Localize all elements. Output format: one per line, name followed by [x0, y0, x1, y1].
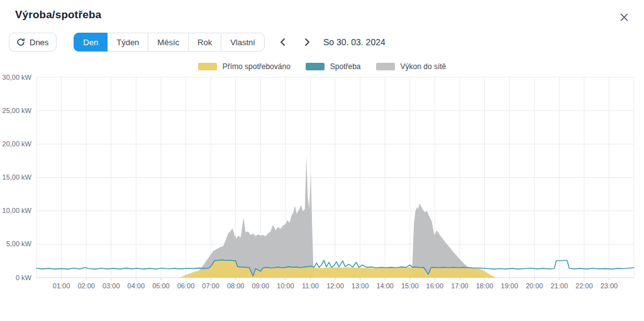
consumption-swatch [306, 63, 325, 70]
legend-item-vykon-do-site[interactable]: Výkon do sítě [376, 62, 447, 71]
svg-text:03:00: 03:00 [103, 282, 120, 290]
svg-text:19:00: 19:00 [501, 282, 518, 290]
range-button-tyden[interactable]: Týden [107, 33, 148, 52]
legend-label: Přímo spotřebováno [223, 62, 291, 71]
svg-text:0 kW: 0 kW [16, 274, 32, 281]
today-button[interactable]: Dnes [9, 33, 57, 52]
close-icon [619, 13, 629, 22]
svg-text:05:00: 05:00 [152, 282, 170, 290]
svg-text:06:00: 06:00 [177, 282, 195, 290]
svg-text:02:00: 02:00 [77, 282, 95, 290]
svg-text:07:00: 07:00 [202, 282, 219, 290]
svg-text:23:00: 23:00 [601, 282, 618, 290]
svg-text:22:00: 22:00 [575, 282, 593, 290]
page-title: Výroba/spotřeba [15, 9, 101, 21]
svg-text:20:00: 20:00 [526, 282, 543, 290]
legend-item-primo-spotrebovano[interactable]: Přímo spotřebováno [198, 62, 291, 71]
range-button-den[interactable]: Den [74, 33, 108, 52]
svg-text:12:00: 12:00 [326, 282, 344, 290]
svg-text:21:00: 21:00 [550, 282, 568, 290]
production-consumption-chart[interactable]: 01:0002:0003:0004:0005:0006:0007:0008:00… [0, 72, 644, 296]
svg-text:15:00: 15:00 [401, 282, 419, 290]
svg-text:11:00: 11:00 [302, 282, 319, 290]
svg-text:08:00: 08:00 [227, 282, 245, 290]
range-button-mesic[interactable]: Měsíc [148, 33, 189, 52]
production-consumption-panel: Výroba/spotřeba Dnes Den Týden Měsíc Rok… [0, 0, 644, 298]
svg-text:15,00 kW: 15,00 kW [3, 173, 32, 181]
range-button-vlastni[interactable]: Vlastní [221, 33, 265, 52]
chart-legend: Přímo spotřebováno Spotřeba Výkon do sít… [0, 62, 644, 71]
svg-text:13:00: 13:00 [352, 282, 369, 290]
prev-day-button[interactable] [274, 35, 292, 50]
date-label: So 30. 03. 2024 [323, 37, 386, 47]
range-button-group: Den Týden Měsíc Rok Vlastní [74, 33, 265, 52]
svg-text:09:00: 09:00 [252, 282, 269, 290]
svg-text:10:00: 10:00 [277, 282, 294, 290]
svg-text:17:00: 17:00 [451, 282, 469, 290]
svg-text:01:00: 01:00 [53, 282, 70, 290]
chart-area: 01:0002:0003:0004:0005:0006:0007:0008:00… [0, 72, 644, 298]
svg-text:20,00 kW: 20,00 kW [3, 140, 32, 148]
chevron-right-icon [303, 38, 311, 46]
next-day-button[interactable] [298, 35, 316, 50]
close-button[interactable] [616, 10, 633, 24]
direct-consumption-swatch [198, 63, 217, 70]
toolbar: Dnes Den Týden Měsíc Rok Vlastní So 30. … [0, 24, 644, 52]
svg-text:30,00 kW: 30,00 kW [3, 73, 32, 81]
svg-text:10,00 kW: 10,00 kW [3, 207, 32, 214]
range-button-rok[interactable]: Rok [188, 33, 221, 52]
svg-text:04:00: 04:00 [128, 282, 145, 290]
chevron-left-icon [279, 38, 287, 46]
header: Výroba/spotřeba [0, 0, 644, 24]
svg-text:25,00 kW: 25,00 kW [3, 107, 32, 114]
legend-item-spotreba[interactable]: Spotřeba [306, 62, 361, 71]
grid-export-swatch [376, 63, 395, 70]
svg-text:14:00: 14:00 [376, 282, 394, 290]
svg-text:5,00 kW: 5,00 kW [6, 240, 32, 248]
svg-text:16:00: 16:00 [426, 282, 444, 290]
refresh-icon [16, 38, 25, 46]
legend-label: Výkon do sítě [401, 62, 447, 71]
svg-text:18:00: 18:00 [476, 282, 494, 290]
today-button-label: Dnes [30, 38, 48, 47]
legend-label: Spotřeba [330, 62, 361, 71]
